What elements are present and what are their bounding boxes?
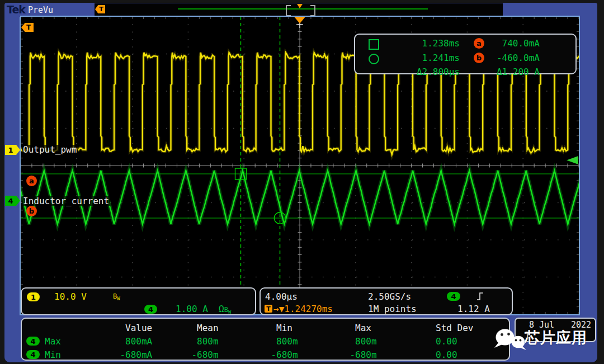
measurements-table: Value Mean Min Max Std Dev 4 Max 800mA 8… [21,318,510,361]
date-label: 8 Jul [529,320,554,330]
ch1-scale: 10.0 V [54,291,87,302]
record-window-bracket-left [286,5,291,16]
cursor-a-square-icon [369,39,379,50]
meas-row-name: 4 Max [26,336,125,347]
cursor-readout-box: 1.238ms 1.241ms Δ2.800μs a b 740.0mA -46… [354,34,577,74]
ch4-coupling-icon: ΩBW [219,304,231,315]
record-trigger-flag-icon: T [95,5,105,13]
trigger-delay: →▼1.24270ms [273,304,333,314]
record-length: 1M points [368,304,417,314]
datetime-box: 8 Jul 2022 1 : [515,318,596,342]
oscilloscope-screenshot: Tek PreVu T T 1 4 a b Output_pwm Inducto… [0,0,604,364]
rising-edge-slope-icon [476,292,484,301]
meas-cell: 800m [355,336,436,347]
trigger-delay-T-icon: T [265,305,272,313]
meas-ch-badge: 4 [26,337,40,346]
cursor-b-readout-badge: b [474,53,484,63]
horizontal-trigger-box: 4.00μs 2.50GS/s 4 T →▼1.24270ms 1M point… [259,287,513,315]
ch1-bandwidth-icon: BW [113,292,120,301]
meas-cell: -680m [191,349,276,360]
meas-cell: -680m [350,349,436,360]
cursor-a-value: 740.0mA [487,38,540,49]
year-label: 2022 [571,320,591,330]
ch4-scale: 1.00 A [176,304,208,314]
meas-cell: 0.00 [436,336,507,347]
meas-cell: 800m [276,336,355,347]
cursor-b-value: -460.0mA [487,53,540,63]
wave-inspector-record-bar: T [95,3,503,16]
ch1-waveform-label: Output_pwm [22,145,78,154]
record-window-bracket-right [310,5,315,16]
ch1-bw-w: W [117,296,120,301]
acquisition-mode-label: PreVu [28,5,53,15]
cursor-a-readout-badge: a [474,38,484,49]
col-header-max: Max [355,323,436,333]
meas-cell: 800mA [125,336,197,347]
meas-cell: -680m [271,349,355,360]
ch4-bw-b: B [224,306,228,314]
record-waveform-line [178,8,428,10]
col-header-value: Value [125,323,197,333]
col-header-stddev: Std Dev [436,323,507,333]
cursor-delta-value: Δ1.200 A [487,67,540,77]
cursor-b-circle-icon [369,54,379,64]
meas-row-name: 4 Min [26,349,125,360]
display-right-edge [579,17,580,315]
cursor-b-badge: b [26,206,37,216]
meas-cell: 800m [197,336,276,347]
trigger-delay-arrows: →▼ [273,304,284,314]
meas-ch-badge: 4 [26,350,40,359]
meas-cell: 0.00 [436,349,507,360]
meas-name-label: Min [45,349,61,360]
timebase: 4.00μs [265,291,298,302]
col-header-min: Min [276,323,355,333]
record-trigger-position-icon [297,4,303,8]
ch1-scale-badge: 1 [27,292,40,301]
ch4-scale-badge: 4 [144,305,157,314]
trigger-source-badge: 4 [447,292,460,301]
meas-name-label: Max [45,336,61,347]
trigger-level: 1.12 A [457,304,490,314]
ch1-badge: 1 [8,146,13,154]
cursor-a-time: 1.238ms [403,38,460,49]
col-header-mean: Mean [197,323,276,333]
ch4-badge: 4 [8,197,13,205]
ch4-ohm: Ω [219,304,224,314]
ch4-bw-w: W [228,309,231,315]
meas-cell: -680mA [120,349,197,360]
cursor-b-time: 1.241ms [403,53,460,63]
channel-settings-box: 1 10.0 V BW 4 1.00 A ΩBW [21,287,256,315]
tek-logo: Tek [7,3,25,16]
time-label-fragment: 1 [525,330,530,341]
sample-rate: 2.50GS/s [368,291,411,302]
time-colon-fragment: : [561,330,567,341]
cursor-delta-time: Δ2.800μs [403,67,460,77]
ch4-waveform-label: Inductor_current [22,196,110,206]
cursor-a-badge: a [26,176,37,186]
trigger-delay-value: 1.24270ms [284,304,333,314]
